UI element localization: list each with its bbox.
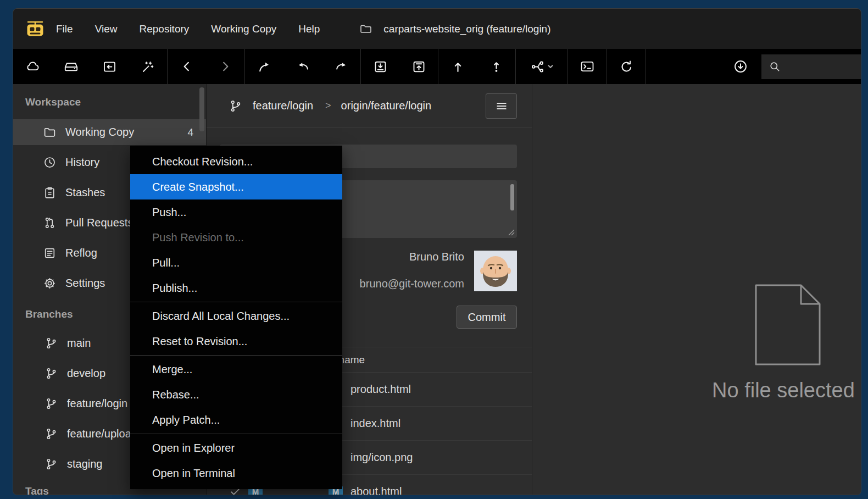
menu-item-open-in-explorer[interactable]: Open in Explorer: [130, 435, 342, 461]
quick-actions-wand-button[interactable]: [129, 49, 167, 84]
menu-item-reset-to-revision[interactable]: Reset to Revision...: [130, 329, 342, 354]
local-branch-name[interactable]: feature/login: [253, 99, 313, 112]
sidebar-item-working-copy[interactable]: Working Copy 4: [13, 119, 207, 145]
branch-tracking-chevron: >: [325, 100, 331, 112]
commit-button[interactable]: Commit: [457, 306, 517, 329]
clipboard-icon: [43, 186, 57, 200]
remote-branch-name[interactable]: origin/feature/login: [341, 99, 432, 112]
sidebar-item-label: Reflog: [65, 247, 97, 259]
menu-file[interactable]: File: [56, 23, 73, 35]
menu-list: File View Repository Working Copy Help: [56, 23, 320, 35]
branch-label: main: [67, 337, 91, 350]
git-branch-icon: [44, 457, 59, 472]
download-all-button[interactable]: [721, 49, 760, 84]
working-copy-count-badge: 4: [187, 126, 193, 138]
clock-icon: [43, 156, 57, 170]
no-file-selected-label: No file selected: [712, 379, 855, 402]
checkout-button[interactable]: [245, 49, 283, 84]
branch-bar: feature/login > origin/feature/login: [207, 84, 532, 128]
terminal-button[interactable]: [568, 49, 607, 84]
menu-item-rebase[interactable]: Rebase...: [130, 382, 342, 407]
sidebar-item-label: History: [65, 156, 99, 169]
open-repository-button[interactable]: [90, 49, 129, 84]
menu-item-publish[interactable]: Publish...: [130, 275, 342, 301]
repo-title: carparts-website_orig (feature/login): [383, 23, 550, 35]
app-icon[interactable]: [25, 19, 45, 39]
push-button[interactable]: [399, 49, 438, 84]
folder-icon: [358, 23, 374, 36]
sidebar-section-tags: Tags: [25, 485, 49, 495]
menu-item-merge[interactable]: Merge...: [130, 357, 342, 382]
fetch-button[interactable]: [438, 49, 477, 84]
branch-label: feature/login: [67, 397, 127, 410]
git-branch-icon: [44, 397, 59, 411]
menu-item-open-in-terminal[interactable]: Open in Terminal: [130, 461, 342, 486]
empty-document-icon: [753, 283, 823, 367]
menu-separator: [130, 302, 342, 302]
diff-preview-panel: No file selected: [533, 84, 861, 495]
commit-author-email: bruno@git-tower.com: [360, 278, 464, 290]
menu-separator: [130, 355, 342, 356]
back-button[interactable]: [168, 49, 206, 84]
search-icon: [768, 60, 781, 73]
publish-button[interactable]: [477, 49, 515, 84]
pull-button[interactable]: [361, 49, 399, 84]
menu-working-copy[interactable]: Working Copy: [211, 23, 276, 35]
file-name: index.html: [350, 417, 400, 430]
sidebar-item-label: Working Copy: [65, 126, 134, 138]
menu-separator: [130, 434, 342, 434]
git-branch-icon: [44, 367, 59, 381]
hard-drive-button[interactable]: [52, 49, 90, 84]
resize-grip[interactable]: [508, 229, 515, 236]
cloud-button[interactable]: [13, 49, 52, 84]
toolbar-separator: [646, 49, 646, 84]
commit-author-name: Bruno Brito: [409, 251, 464, 263]
menu-item-pull[interactable]: Pull...: [130, 250, 342, 275]
forward-button[interactable]: [206, 49, 244, 84]
desktop-background: File View Repository Working Copy Help c…: [0, 0, 868, 499]
reflog-icon: [43, 246, 57, 260]
chevron-down-icon: [547, 63, 554, 70]
textarea-scrollbar-thumb[interactable]: [510, 184, 514, 210]
file-name: img/icon.png: [350, 451, 413, 464]
sidebar-scrollbar-thumb[interactable]: [199, 87, 204, 131]
sidebar-item-label: Settings: [65, 277, 105, 290]
menu-view[interactable]: View: [95, 23, 118, 35]
git-branch-icon: [44, 427, 59, 441]
menu-bar: File View Repository Working Copy Help c…: [13, 9, 861, 49]
sidebar-section-branches: Branches: [25, 308, 73, 320]
refresh-button[interactable]: [607, 49, 646, 84]
branch-label: feature/upload: [67, 428, 137, 440]
gear-icon: [43, 276, 57, 291]
sidebar-section-workspace: Workspace: [25, 96, 81, 108]
branch-label: develop: [67, 367, 105, 380]
toolbar: [13, 49, 861, 84]
pull-request-icon: [43, 216, 57, 230]
file-name: about.html: [350, 485, 402, 495]
git-branch-icon: [229, 99, 243, 113]
branch-label: staging: [67, 458, 103, 470]
sidebar-item-label: Pull Requests: [65, 217, 133, 229]
author-avatar: [474, 251, 517, 291]
file-name: product.html: [350, 383, 411, 396]
redo-button[interactable]: [322, 49, 360, 84]
search-input[interactable]: [761, 54, 861, 79]
menu-item-discard-all-local-changes[interactable]: Discard All Local Changes...: [130, 303, 342, 329]
context-menu: Checkout Revision... Create Snapshot... …: [130, 146, 342, 489]
folder-icon: [43, 125, 57, 140]
menu-item-apply-patch[interactable]: Apply Patch...: [130, 407, 342, 433]
menu-repository[interactable]: Repository: [139, 23, 189, 35]
menu-help[interactable]: Help: [298, 23, 320, 35]
sidebar-item-label: Stashes: [65, 186, 105, 199]
menu-item-checkout-revision[interactable]: Checkout Revision...: [130, 149, 342, 174]
menu-item-push-revision-to: Push Revision to...: [130, 225, 342, 250]
branch-options-button[interactable]: [486, 93, 517, 119]
compare-branches-button[interactable]: [516, 49, 567, 84]
menu-item-push[interactable]: Push...: [130, 199, 342, 225]
git-branch-icon: [44, 336, 59, 351]
menu-item-create-snapshot[interactable]: Create Snapshot...: [130, 174, 342, 199]
undo-button[interactable]: [283, 49, 322, 84]
